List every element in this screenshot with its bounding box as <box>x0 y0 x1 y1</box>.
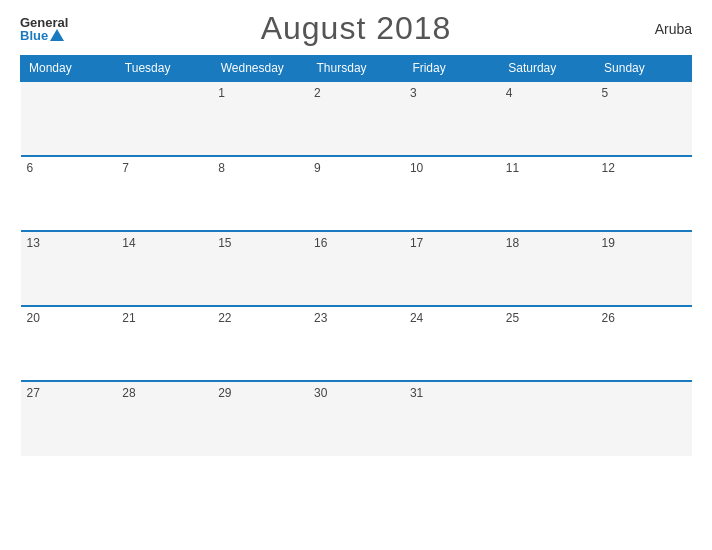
calendar-day: 14 <box>116 231 212 306</box>
calendar-day: 28 <box>116 381 212 456</box>
day-of-week-header: Wednesday <box>212 56 308 82</box>
page-header: General Blue August 2018 Aruba <box>20 10 692 47</box>
day-number: 25 <box>506 311 519 325</box>
calendar-day: 31 <box>404 381 500 456</box>
day-number: 16 <box>314 236 327 250</box>
calendar-week-row: 20212223242526 <box>21 306 692 381</box>
calendar-day: 17 <box>404 231 500 306</box>
day-number: 26 <box>602 311 615 325</box>
calendar-day: 13 <box>21 231 117 306</box>
day-of-week-header: Saturday <box>500 56 596 82</box>
calendar-day: 2 <box>308 81 404 156</box>
day-number: 19 <box>602 236 615 250</box>
day-number: 5 <box>602 86 609 100</box>
day-number: 20 <box>27 311 40 325</box>
calendar-day: 24 <box>404 306 500 381</box>
day-number: 28 <box>122 386 135 400</box>
calendar-week-row: 12345 <box>21 81 692 156</box>
calendar-day-empty <box>500 381 596 456</box>
calendar-day-empty <box>116 81 212 156</box>
calendar-day: 26 <box>596 306 692 381</box>
day-number: 30 <box>314 386 327 400</box>
country-label: Aruba <box>655 21 692 37</box>
calendar-day: 4 <box>500 81 596 156</box>
day-number: 27 <box>27 386 40 400</box>
calendar-day: 5 <box>596 81 692 156</box>
calendar-day: 22 <box>212 306 308 381</box>
day-number: 31 <box>410 386 423 400</box>
calendar-day: 21 <box>116 306 212 381</box>
calendar-day: 1 <box>212 81 308 156</box>
day-number: 4 <box>506 86 513 100</box>
day-of-week-header: Monday <box>21 56 117 82</box>
calendar-day: 3 <box>404 81 500 156</box>
day-number: 3 <box>410 86 417 100</box>
calendar-day: 29 <box>212 381 308 456</box>
logo-triangle-icon <box>50 29 64 41</box>
logo: General Blue <box>20 16 68 42</box>
month-title: August 2018 <box>261 10 452 47</box>
logo-general-text: General <box>20 16 68 29</box>
day-number: 7 <box>122 161 129 175</box>
day-number: 14 <box>122 236 135 250</box>
calendar-day: 25 <box>500 306 596 381</box>
day-number: 17 <box>410 236 423 250</box>
calendar-day-empty <box>21 81 117 156</box>
calendar-week-row: 13141516171819 <box>21 231 692 306</box>
calendar-day: 9 <box>308 156 404 231</box>
day-number: 23 <box>314 311 327 325</box>
day-number: 21 <box>122 311 135 325</box>
calendar-day: 15 <box>212 231 308 306</box>
day-number: 13 <box>27 236 40 250</box>
calendar-day: 10 <box>404 156 500 231</box>
calendar-day: 23 <box>308 306 404 381</box>
calendar-day: 6 <box>21 156 117 231</box>
calendar-week-row: 2728293031 <box>21 381 692 456</box>
day-number: 6 <box>27 161 34 175</box>
day-of-week-header: Friday <box>404 56 500 82</box>
calendar-table: MondayTuesdayWednesdayThursdayFridaySatu… <box>20 55 692 456</box>
day-number: 8 <box>218 161 225 175</box>
calendar-week-row: 6789101112 <box>21 156 692 231</box>
day-of-week-header: Sunday <box>596 56 692 82</box>
day-number: 11 <box>506 161 519 175</box>
day-number: 10 <box>410 161 423 175</box>
day-number: 9 <box>314 161 321 175</box>
calendar-day: 7 <box>116 156 212 231</box>
calendar-day: 11 <box>500 156 596 231</box>
calendar-day: 16 <box>308 231 404 306</box>
calendar-day: 12 <box>596 156 692 231</box>
calendar-day: 18 <box>500 231 596 306</box>
day-number: 12 <box>602 161 615 175</box>
calendar-day: 19 <box>596 231 692 306</box>
calendar-day-empty <box>596 381 692 456</box>
day-number: 2 <box>314 86 321 100</box>
day-of-week-header: Thursday <box>308 56 404 82</box>
day-number: 29 <box>218 386 231 400</box>
day-of-week-header: Tuesday <box>116 56 212 82</box>
day-number: 1 <box>218 86 225 100</box>
calendar-day: 20 <box>21 306 117 381</box>
days-of-week-row: MondayTuesdayWednesdayThursdayFridaySatu… <box>21 56 692 82</box>
calendar-header: MondayTuesdayWednesdayThursdayFridaySatu… <box>21 56 692 82</box>
day-number: 22 <box>218 311 231 325</box>
calendar-body: 1234567891011121314151617181920212223242… <box>21 81 692 456</box>
day-number: 18 <box>506 236 519 250</box>
calendar-day: 27 <box>21 381 117 456</box>
day-number: 24 <box>410 311 423 325</box>
logo-blue-text: Blue <box>20 29 64 42</box>
day-number: 15 <box>218 236 231 250</box>
calendar-day: 30 <box>308 381 404 456</box>
calendar-day: 8 <box>212 156 308 231</box>
